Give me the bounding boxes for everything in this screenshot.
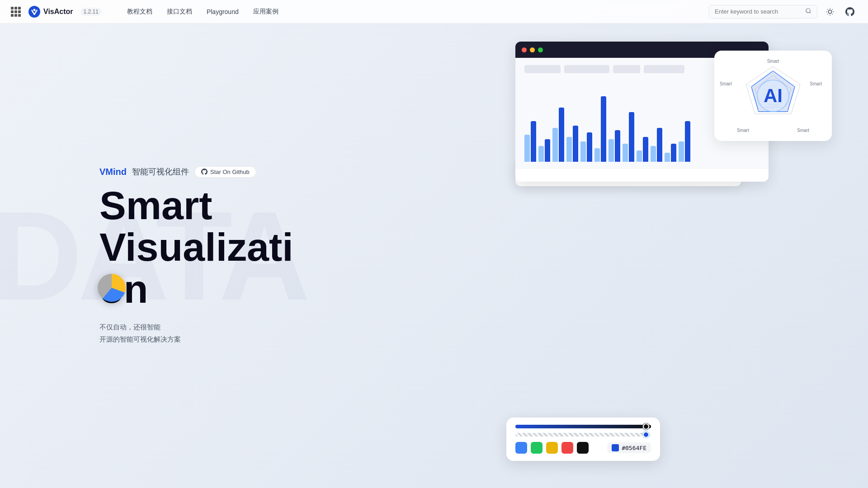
nav-left: VisActor 1.2.11 教程文档 接口文档 Playground 应用案… [11,5,278,18]
nav-logo[interactable]: VisActor [28,5,73,18]
bar-group-9 [637,137,648,162]
dot-yellow [530,47,535,52]
hero-n-char: n [124,267,148,311]
bar [679,141,684,162]
swatch-black[interactable] [577,442,589,454]
dark-slider-thumb[interactable] [643,423,649,430]
pattern-slider-thumb[interactable] [643,432,649,438]
bar-group-2 [538,139,550,162]
github-small-icon [201,169,208,175]
color-hex-value: #0564FE [622,445,646,451]
bar [665,153,670,162]
swatch-yellow[interactable] [546,442,558,454]
github-icon-button[interactable] [843,5,857,19]
bar [629,112,634,162]
hero-sub-line1: 不仅自动，还很智能 [99,321,316,333]
browser-tab-3 [613,65,640,73]
nav-right [709,5,857,19]
search-box[interactable] [709,5,817,19]
hero-tagline-row: VMind 智能可视化组件 Star On Github [99,166,316,178]
bar-group-4 [566,126,578,162]
hero-left: VMind 智能可视化组件 Star On Github Smart Visua… [0,166,316,345]
nav-link-api[interactable]: 接口文档 [167,8,192,16]
github-star-label: Star On Github [210,169,250,175]
bar [651,146,656,162]
search-input[interactable] [715,8,802,15]
nav-link-playground[interactable]: Playground [207,8,239,15]
bar-group-12 [679,121,690,162]
ai-radar-card: AI Smart Smart Smart Smart Smart [714,51,832,141]
svg-line-11 [827,14,828,14]
bar [685,121,690,162]
bar [657,128,662,162]
search-icon[interactable] [805,8,811,16]
svg-point-0 [28,6,40,18]
bar-group-6 [594,96,606,162]
hero-right-viz: AI Smart Smart Smart Smart Smart [506,23,868,488]
bar-group-5 [580,132,592,162]
vmind-label: VMind [99,167,127,177]
hero-title-line2-text: Visualizati [99,225,293,269]
bar [637,150,642,162]
bar-group-7 [609,130,620,162]
radar-label-right: Smart [810,81,822,86]
bar [566,137,572,162]
hero-title-line1: Smart [99,185,316,226]
tagline-text: 智能可视化组件 [132,166,189,177]
hero-title: Smart Visualizatio n [99,185,316,310]
bar [559,108,564,162]
pattern-slider-row [515,433,651,436]
bar-group-8 [623,112,634,162]
svg-point-1 [33,9,36,11]
nav-brand: VisActor [43,8,73,16]
browser-tab-1 [524,65,561,73]
bar [594,148,600,162]
nav-link-tutorial[interactable]: 教程文档 [127,8,152,16]
bar [538,146,544,162]
nav-link-cases[interactable]: 应用案例 [253,8,278,16]
bar-group-3 [552,108,564,162]
nav-version: 1.2.11 [80,8,102,16]
radar-wrapper: AI Smart Smart Smart Smart Smart [728,60,818,132]
color-picker-card: #0564FE [506,418,660,461]
bar [601,96,606,162]
radar-label-left: Smart [720,81,732,86]
svg-line-3 [810,12,811,13]
bar [671,144,676,162]
browser-tab-2 [564,65,609,73]
browser-tab-4 [644,65,684,73]
dark-slider-row [515,425,651,428]
bar [573,126,578,162]
bar-group-10 [651,128,662,162]
radar-label-top: Smart [767,59,779,64]
pattern-slider-track[interactable] [515,433,651,436]
dark-slider-track[interactable] [515,425,651,428]
hero-sub-line2: 开源的智能可视化解决方案 [99,333,316,345]
bar [552,128,558,162]
bar-group-11 [665,144,676,162]
color-swatches: #0564FE [515,442,651,454]
bar [587,132,592,162]
navbar: VisActor 1.2.11 教程文档 接口文档 Playground 应用案… [0,0,868,23]
bar [531,121,536,162]
swatch-green[interactable] [531,442,542,454]
github-star-button[interactable]: Star On Github [194,166,256,178]
bar [623,144,628,162]
dot-green [538,47,543,52]
theme-icon-button[interactable] [823,5,837,19]
swatch-blue[interactable] [515,442,527,454]
bar [580,141,586,162]
nav-links: 教程文档 接口文档 Playground 应用案例 [127,8,278,16]
color-value-box: #0564FE [607,442,651,453]
dot-red [522,47,527,52]
bar [615,130,620,162]
hero-coin-wrapper: o [99,268,124,310]
grid-icon[interactable] [11,7,21,17]
bar [545,139,550,162]
coin-decoration [98,274,126,302]
swatch-red[interactable] [561,442,573,454]
main-content: DATA VMind 智能可视化组件 Star On Github Smart … [0,23,868,488]
visactor-logo-icon [28,5,41,18]
hero-title-line2: Visualizatio n [99,226,316,310]
color-value-dot [612,444,619,451]
